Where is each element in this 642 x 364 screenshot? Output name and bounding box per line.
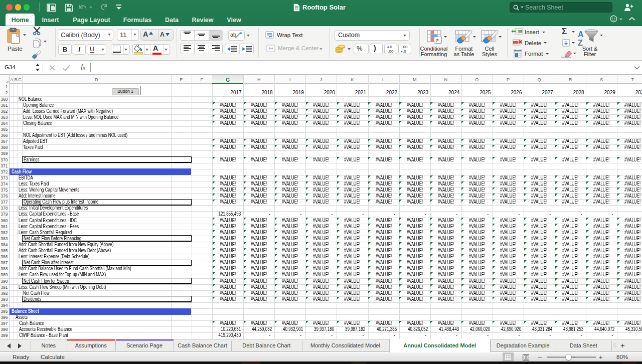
svg-text:A: A [578,30,584,39]
svg-text:Z: Z [578,39,583,46]
